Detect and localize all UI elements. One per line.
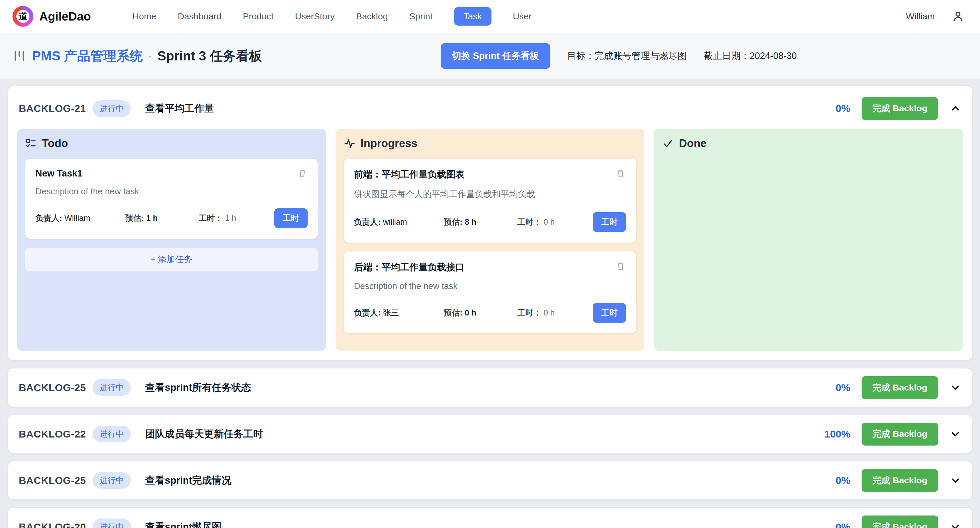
hours-label: 工时： xyxy=(199,214,223,223)
hours-field: 工时： 0 h xyxy=(517,217,593,227)
log-hours-button[interactable]: 工时 xyxy=(593,303,626,323)
chevron-down-icon[interactable] xyxy=(949,381,961,394)
nav-links: Home Dashboard Product UserStory Backlog… xyxy=(132,7,531,26)
brand-name: AgileDao xyxy=(39,10,91,23)
assignee-value: William xyxy=(65,214,91,223)
backlog-right-group: 100% 完成 Backlog xyxy=(824,423,961,445)
chevron-down-icon[interactable] xyxy=(949,428,961,440)
nav-item-product[interactable]: Product xyxy=(243,11,274,21)
assignee-value: 张三 xyxy=(383,308,399,317)
backlog-id: BACKLOG-25 xyxy=(19,475,86,487)
hours-label: 工时： xyxy=(517,308,541,317)
task-title: 后端：平均工作量负载接口 xyxy=(354,261,465,274)
backlog-id: BACKLOG-25 xyxy=(19,382,86,394)
task-card-inprogress-2[interactable]: 后端：平均工作量负载接口 Description of the new task… xyxy=(344,252,636,333)
backlog-title: 团队成员每天更新任务工时 xyxy=(145,428,263,441)
nav-item-task-active[interactable]: Task xyxy=(454,7,492,26)
hours-value: 1 h xyxy=(225,214,236,223)
main-content: BACKLOG-21 进行中 查看平均工作量 0% 完成 Backlog xyxy=(0,78,980,528)
nav-item-home[interactable]: Home xyxy=(132,11,156,21)
estimate-label: 预估: xyxy=(444,218,462,227)
backlog-title: 查看sprint完成情况 xyxy=(145,474,231,487)
nav-item-dashboard[interactable]: Dashboard xyxy=(178,11,221,21)
assignee-value: william xyxy=(383,218,407,227)
delete-task-icon[interactable] xyxy=(615,261,626,272)
backlog-right-group: 0% 完成 Backlog xyxy=(836,469,961,492)
hours-field: 工时： 0 h xyxy=(517,308,593,318)
checklist-icon xyxy=(25,138,37,149)
sprint-deadline: 截止日期：2024-08-30 xyxy=(703,50,797,62)
nav-item-user[interactable]: User xyxy=(513,11,531,21)
add-task-button[interactable]: + 添加任务 xyxy=(25,247,318,271)
backlog-right-group: 0% 完成 Backlog xyxy=(836,515,961,528)
progress-percent: 0% xyxy=(836,521,850,528)
done-column-title: Done xyxy=(679,137,706,150)
assignee-field: 负责人: william xyxy=(354,217,444,227)
backlog-right-group: 0% 完成 Backlog xyxy=(836,97,961,120)
backlog-row-22[interactable]: BACKLOG-22 进行中 团队成员每天更新任务工时 100% 完成 Back… xyxy=(8,415,972,453)
status-badge: 进行中 xyxy=(92,426,131,442)
complete-backlog-button[interactable]: 完成 Backlog xyxy=(862,515,938,528)
estimate-label: 预估: xyxy=(125,214,144,223)
check-icon xyxy=(662,138,674,149)
complete-backlog-button[interactable]: 完成 Backlog xyxy=(862,376,938,399)
chevron-up-icon[interactable] xyxy=(949,103,961,115)
complete-backlog-button[interactable]: 完成 Backlog xyxy=(862,97,938,120)
task-card-todo-1[interactable]: New Task1 Description of the new task 负责… xyxy=(25,159,318,239)
todo-column-title: Todo xyxy=(42,137,68,150)
app-logo: 道 xyxy=(13,6,33,27)
assignee-label: 负责人: xyxy=(35,214,62,223)
done-column-header: Done xyxy=(662,137,955,150)
progress-percent: 0% xyxy=(836,103,850,114)
estimate-field: 预估: 1 h xyxy=(125,213,199,223)
delete-task-icon[interactable] xyxy=(297,168,308,179)
progress-percent: 0% xyxy=(836,382,850,394)
page-title: Sprint 3 任务看板 xyxy=(158,47,262,65)
hours-value: 0 h xyxy=(544,308,555,317)
nav-item-sprint[interactable]: Sprint xyxy=(409,11,433,21)
backlog-row-25b[interactable]: BACKLOG-25 进行中 查看sprint完成情况 0% 完成 Backlo… xyxy=(8,461,972,499)
complete-backlog-button[interactable]: 完成 Backlog xyxy=(862,469,938,492)
estimate-field: 预估: 8 h xyxy=(444,217,517,227)
status-badge: 进行中 xyxy=(92,518,131,528)
nav-item-userstory[interactable]: UserStory xyxy=(295,11,335,21)
kanban-board: Todo New Task1 Description of the new ta… xyxy=(8,129,972,360)
progress-percent: 0% xyxy=(836,475,850,487)
status-badge: 进行中 xyxy=(92,379,131,396)
estimate-label: 预估: xyxy=(444,308,462,317)
activity-icon xyxy=(344,138,355,149)
inprogress-column-header: Inprogress xyxy=(344,137,636,150)
task-description: Description of the new task xyxy=(354,281,626,291)
status-badge: 进行中 xyxy=(92,472,131,489)
task-title: 前端：平均工作量负载图表 xyxy=(354,168,465,181)
log-hours-button[interactable]: 工时 xyxy=(593,212,626,232)
backlog-id: BACKLOG-20 xyxy=(19,521,86,528)
kanban-column-inprogress: Inprogress 前端：平均工作量负载图表 饼状图显示每个人的平均工作量负载… xyxy=(336,129,645,351)
estimate-value: 0 h xyxy=(465,308,476,317)
nav-item-backlog[interactable]: Backlog xyxy=(356,11,388,21)
backlog-card-expanded: BACKLOG-21 进行中 查看平均工作量 0% 完成 Backlog xyxy=(8,86,972,360)
chevron-down-icon[interactable] xyxy=(949,474,961,487)
complete-backlog-button[interactable]: 完成 Backlog xyxy=(862,423,938,445)
delete-task-icon[interactable] xyxy=(615,168,626,179)
assignee-label: 负责人: xyxy=(354,218,381,227)
project-title-link[interactable]: PMS 产品管理系统 xyxy=(32,47,143,65)
switch-sprint-board-button[interactable]: 切换 Sprint 任务看板 xyxy=(441,43,550,69)
task-card-inprogress-1[interactable]: 前端：平均工作量负载图表 饼状图显示每个人的平均工作量负载和平均负载 负责人: … xyxy=(344,159,636,242)
inprogress-column-title: Inprogress xyxy=(361,137,417,150)
todo-column-header: Todo xyxy=(25,137,318,150)
backlog-row-20[interactable]: BACKLOG-20 进行中 查看sprint燃尽图 0% 完成 Backlog xyxy=(8,508,972,528)
backlog-title: 查看sprint燃尽图 xyxy=(145,520,222,528)
backlog-id: BACKLOG-21 xyxy=(19,103,86,114)
task-description: 饼状图显示每个人的平均工作量负载和平均负载 xyxy=(354,188,626,200)
kanban-column-todo: Todo New Task1 Description of the new ta… xyxy=(17,129,326,351)
title-separator: · xyxy=(148,49,152,63)
user-profile-icon[interactable] xyxy=(951,10,964,23)
backlog-21-header: BACKLOG-21 进行中 查看平均工作量 0% 完成 Backlog xyxy=(8,86,972,129)
hours-value: 0 h xyxy=(544,218,555,227)
backlog-row-25a[interactable]: BACKLOG-25 进行中 查看sprint所有任务状态 0% 完成 Back… xyxy=(8,368,972,407)
log-hours-button[interactable]: 工时 xyxy=(274,208,308,228)
assignee-field: 负责人: 张三 xyxy=(354,308,444,318)
chevron-down-icon[interactable] xyxy=(949,521,961,528)
assignee-label: 负责人: xyxy=(354,308,381,317)
